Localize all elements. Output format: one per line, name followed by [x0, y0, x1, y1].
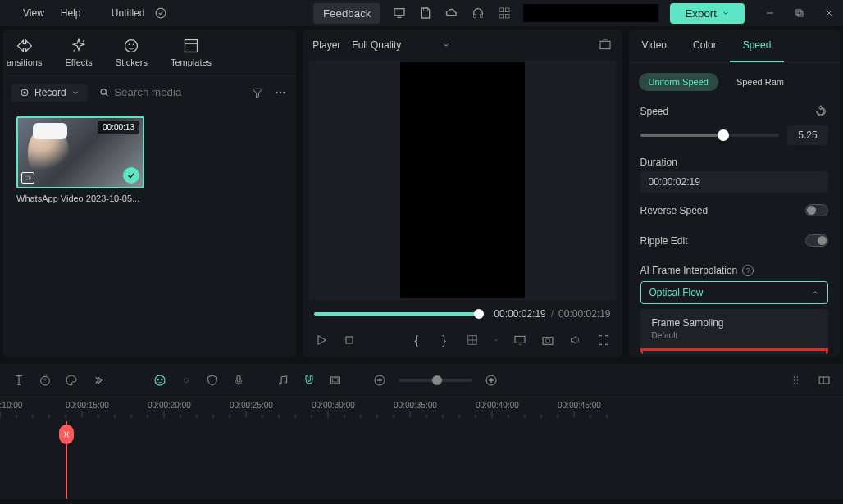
check-icon: [123, 167, 139, 184]
svg-point-14: [129, 44, 130, 46]
tab-transitions[interactable]: ansitions: [7, 38, 42, 67]
mark-out-icon[interactable]: }: [437, 333, 452, 347]
svg-point-22: [284, 91, 286, 93]
export-button[interactable]: Export: [670, 3, 745, 24]
subtab-speed-ramp[interactable]: Speed Ram: [727, 73, 794, 91]
tab-stickers[interactable]: Stickers: [116, 38, 148, 67]
svg-point-46: [797, 383, 798, 384]
svg-rect-34: [237, 375, 240, 382]
playhead-handle[interactable]: [59, 425, 74, 444]
quality-dropdown[interactable]: Full Quality: [352, 39, 450, 51]
speed-label: Speed: [640, 106, 669, 117]
timeline-toolbar: [0, 364, 843, 397]
svg-rect-9: [796, 10, 801, 15]
subtab-uniform-speed[interactable]: Uniform Speed: [639, 73, 718, 91]
media-panel: ansitions Effects Stickers Templates Rec…: [3, 30, 296, 357]
interp-label: AI Frame Interpolation: [640, 265, 738, 276]
ripple-label: Ripple Edit: [640, 235, 688, 247]
volume-icon[interactable]: [568, 333, 583, 347]
search-input[interactable]: [96, 83, 243, 102]
snapshot-icon[interactable]: [598, 38, 613, 52]
help-icon[interactable]: ?: [742, 265, 754, 276]
mark-in-icon[interactable]: {: [409, 333, 424, 347]
reset-speed-icon[interactable]: [813, 104, 828, 119]
crop-icon[interactable]: [465, 333, 480, 347]
timeline-ruler[interactable]: 0:10:00 00:00:15:00 00:00:20:00 00:00:25…: [0, 397, 843, 421]
svg-point-31: [157, 379, 159, 380]
record-button[interactable]: Record: [11, 84, 88, 102]
tab-video[interactable]: Video: [629, 30, 680, 62]
filter-icon[interactable]: [250, 85, 265, 100]
svg-rect-5: [499, 8, 504, 12]
blank-area: [523, 4, 658, 22]
svg-point-18: [24, 91, 26, 93]
display-icon[interactable]: [513, 333, 527, 347]
ripple-toggle[interactable]: [805, 234, 828, 247]
option-frame-sampling[interactable]: Frame SamplingDefault: [640, 309, 828, 348]
more-tools-icon[interactable]: [90, 373, 105, 388]
svg-rect-25: [346, 337, 353, 343]
play-icon[interactable]: [314, 333, 329, 347]
ai-icon[interactable]: [153, 373, 167, 388]
fullscreen-icon[interactable]: [596, 333, 611, 347]
camera-icon[interactable]: [540, 333, 555, 347]
tab-effects[interactable]: Effects: [65, 38, 92, 67]
svg-rect-4: [481, 14, 483, 17]
svg-point-30: [155, 375, 165, 385]
cloud-icon[interactable]: [444, 6, 459, 20]
more-icon[interactable]: [273, 85, 288, 100]
save-icon[interactable]: [418, 6, 433, 20]
tab-templates[interactable]: Templates: [171, 38, 212, 67]
svg-rect-26: [515, 336, 525, 343]
tab-color[interactable]: Color: [680, 30, 730, 62]
svg-rect-7: [499, 14, 504, 18]
layout-icon[interactable]: [817, 373, 832, 388]
mic-icon[interactable]: [231, 373, 246, 388]
svg-rect-37: [331, 377, 340, 384]
grid-icon[interactable]: [497, 6, 512, 20]
option-frame-blending[interactable]: Frame BlendingFaster but lower quality: [640, 348, 828, 354]
svg-rect-1: [394, 9, 404, 16]
frame-icon[interactable]: [328, 373, 343, 388]
zoom-in-icon[interactable]: [484, 373, 499, 388]
music-icon[interactable]: [276, 373, 290, 388]
reverse-toggle[interactable]: [805, 204, 828, 216]
magnet-icon[interactable]: [302, 373, 317, 388]
headphones-icon[interactable]: [471, 6, 485, 20]
media-clip[interactable]: 00:00:13 WhatsApp Video 2023-10-05...: [16, 116, 144, 203]
svg-point-32: [161, 379, 162, 380]
speed-value[interactable]: 5.25: [787, 125, 828, 145]
tab-speed[interactable]: Speed: [730, 30, 785, 62]
sparkle-icon[interactable]: [179, 373, 194, 388]
timer-icon[interactable]: [38, 373, 52, 388]
svg-rect-47: [819, 377, 829, 384]
close-icon[interactable]: [822, 6, 836, 20]
video-preview[interactable]: [309, 61, 615, 300]
svg-point-0: [156, 8, 166, 18]
timecode: 00:00:02:19/00:00:02:19: [494, 308, 610, 320]
scrub-bar[interactable]: [314, 312, 484, 316]
reverse-label: Reverse Speed: [640, 205, 709, 216]
zoom-slider[interactable]: [399, 379, 472, 382]
svg-point-41: [794, 376, 795, 377]
shield-icon[interactable]: [205, 373, 220, 388]
svg-rect-3: [474, 14, 476, 17]
maximize-icon[interactable]: [792, 6, 807, 20]
zoom-out-icon[interactable]: [372, 373, 387, 388]
titlebar: View Help Untitled Feedback Export: [0, 0, 843, 26]
interpolation-dropdown[interactable]: Optical Flow: [640, 281, 828, 304]
palette-icon[interactable]: [64, 373, 79, 388]
list-view-icon[interactable]: [791, 373, 805, 388]
duration-input[interactable]: 00:00:02:19: [640, 171, 828, 193]
svg-point-45: [797, 379, 798, 380]
svg-point-20: [276, 91, 278, 93]
svg-point-33: [184, 378, 188, 382]
text-tool-icon[interactable]: [11, 373, 26, 388]
speed-slider[interactable]: [640, 134, 779, 137]
stop-icon[interactable]: [342, 333, 357, 347]
svg-point-13: [125, 40, 138, 52]
minimize-icon[interactable]: [763, 6, 777, 20]
feedback-button[interactable]: Feedback: [313, 3, 381, 24]
svg-rect-16: [185, 40, 198, 52]
monitor-icon[interactable]: [392, 6, 407, 20]
